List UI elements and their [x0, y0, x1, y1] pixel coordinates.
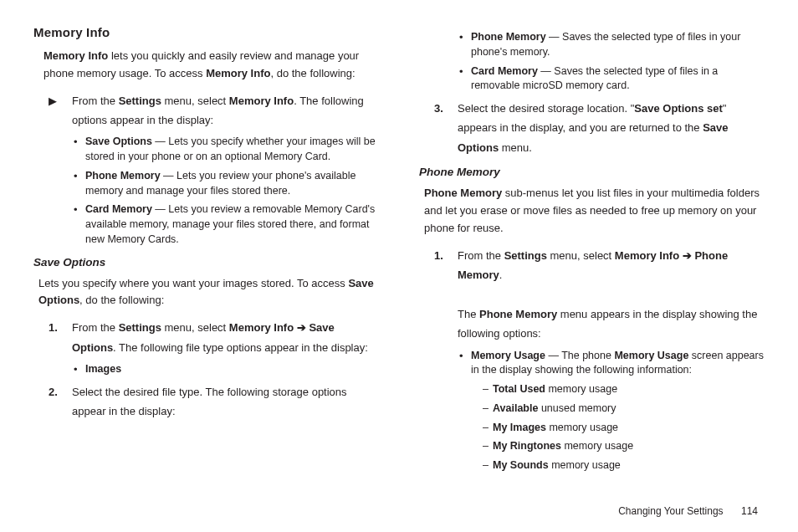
arrow-right-icon: ➔: [294, 321, 309, 334]
text-bold: Save Options set: [634, 102, 722, 115]
step-number: 2.: [49, 382, 72, 422]
memory-info-options-list: Save Options — Lets you specify whether …: [74, 135, 379, 247]
storage-options-list: Phone Memory — Saves the selected type o…: [459, 30, 765, 94]
list-item: Memory Usage — The phone Memory Usage sc…: [459, 349, 765, 473]
phone-memory-intro: Phone Memory sub-menus let you list file…: [424, 185, 765, 237]
step-content: From the Settings menu, select Memory In…: [72, 318, 379, 357]
list-item: Card Memory — Saves the selected type of…: [459, 64, 765, 95]
text-bold: Phone Memory: [479, 308, 557, 320]
text: menu, select: [547, 249, 615, 262]
footer-page-number: 114: [741, 505, 758, 517]
text: From the: [458, 249, 504, 262]
text-bold: My Ringtones: [493, 440, 561, 452]
text-bold: Card Memory: [471, 65, 538, 77]
text: The: [458, 308, 479, 320]
text-bold: Memory Usage: [471, 350, 545, 361]
list-item: Save Options — Lets you specify whether …: [74, 135, 379, 165]
text-bold: Memory Info: [206, 67, 270, 79]
text: From the: [72, 321, 119, 334]
text: memory usage: [545, 383, 617, 395]
text: , do the following:: [79, 294, 164, 306]
arrow-right-icon: ➔: [679, 249, 694, 262]
text: .: [499, 269, 503, 281]
save-options-heading: Save Options: [33, 256, 379, 269]
list-item: Available unused memory: [483, 402, 765, 417]
text: menu, select: [161, 95, 229, 107]
list-item: My Ringtones memory usage: [483, 439, 765, 454]
text: Select the desired file type. The follow…: [72, 386, 347, 417]
list-item: Card Memory — Lets you review a removabl…: [74, 202, 379, 247]
text: , do the following:: [270, 67, 355, 79]
memory-info-step-arrow: ▶ From the Settings menu, select Memory …: [49, 91, 379, 130]
text-bold: Settings: [119, 321, 161, 334]
text: memory usage: [546, 422, 618, 433]
text: menu.: [499, 141, 532, 154]
list-item: Images: [74, 362, 379, 377]
text-bold: My Images: [493, 422, 546, 433]
phone-memory-step-1: 1. From the Settings menu, select Memory…: [434, 246, 765, 344]
list-item: My Images memory usage: [483, 421, 765, 436]
text-bold: Images: [85, 363, 121, 375]
step-content: From the Settings menu, select Memory In…: [458, 246, 765, 344]
text-bold: Available: [493, 402, 538, 414]
phone-memory-heading: Phone Memory: [419, 166, 765, 178]
list-item: Total Used memory usage: [483, 382, 765, 397]
memory-info-heading: Memory Info: [33, 25, 379, 39]
list-item: Phone Memory — Lets you review your phon…: [74, 169, 379, 199]
save-options-step-1: 1. From the Settings menu, select Memory…: [49, 318, 379, 357]
left-column: Memory Info Memory Info lets you quickly…: [33, 25, 379, 494]
play-arrow-icon: ▶: [49, 91, 72, 130]
step-content: From the Settings menu, select Memory In…: [72, 91, 379, 130]
text-bold: Settings: [119, 95, 161, 107]
text: menu, select: [161, 321, 229, 334]
save-options-step-3: 3. Select the desired storage location. …: [434, 99, 765, 157]
text-bold: Phone Memory: [471, 31, 546, 43]
page-content: Memory Info Memory Info lets you quickly…: [0, 0, 798, 502]
text: unused memory: [538, 402, 616, 414]
text: — The phone: [545, 350, 614, 361]
page-footer: Changing Your Settings 114: [618, 505, 758, 517]
text-bold: My Sounds: [493, 459, 549, 471]
text-bold: Memory Info: [229, 95, 294, 107]
phone-memory-options-list: Memory Usage — The phone Memory Usage sc…: [459, 349, 765, 473]
text-bold: Phone Memory: [424, 187, 502, 199]
step-number: 1.: [434, 246, 458, 344]
right-column: Phone Memory — Saves the selected type o…: [419, 25, 765, 494]
step-content: Select the desired storage location. "Sa…: [458, 99, 765, 157]
memory-info-intro: Memory Info lets you quickly and easily …: [43, 48, 379, 83]
step-number: 1.: [49, 318, 72, 357]
text: Lets you specify where you want your ima…: [38, 277, 348, 289]
text-bold: Save Options: [85, 136, 152, 147]
text: Select the desired storage location. ": [458, 102, 634, 115]
list-item: Phone Memory — Saves the selected type o…: [459, 30, 765, 60]
text-bold: Memory Info: [229, 321, 294, 334]
step-content: Select the desired file type. The follow…: [72, 382, 379, 422]
text-bold: Settings: [504, 249, 547, 262]
text: memory usage: [561, 440, 633, 452]
text: . The following file type options appear…: [113, 341, 368, 354]
text-bold: Phone Memory: [85, 170, 161, 182]
footer-section-name: Changing Your Settings: [618, 505, 723, 517]
step-number: 3.: [434, 99, 458, 157]
text-bold: Memory Info: [43, 49, 108, 62]
memory-usage-details: Total Used memory usage Available unused…: [483, 382, 765, 473]
save-options-file-types: Images: [74, 362, 379, 377]
save-options-step-2: 2. Select the desired file type. The fol…: [49, 382, 379, 422]
text-bold: Card Memory: [85, 203, 152, 215]
text-bold: Memory Usage: [614, 350, 688, 361]
text: memory usage: [549, 459, 621, 471]
text-bold: Memory Info: [615, 249, 679, 262]
list-item: My Sounds memory usage: [483, 458, 765, 473]
text: From the: [72, 95, 119, 107]
save-options-intro: Lets you specify where you want your ima…: [38, 275, 379, 310]
text-bold: Total Used: [493, 383, 545, 395]
